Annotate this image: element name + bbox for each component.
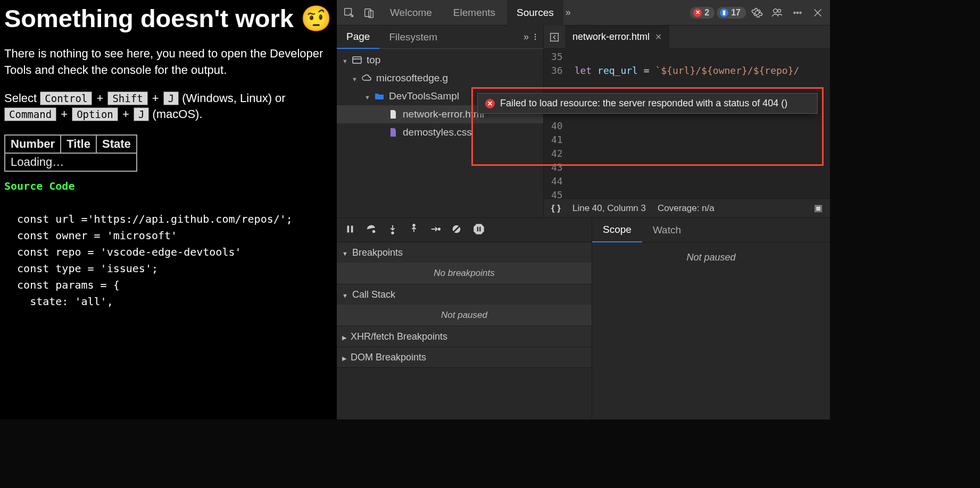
tab-watch[interactable]: Watch [642,218,692,242]
svg-point-6 [797,12,799,13]
scope-body: Not paused [592,242,830,419]
debug-toolbar [337,218,592,242]
results-table: Number Title State Loading… [4,134,137,172]
tab-scope[interactable]: Scope [592,218,642,242]
svg-rect-21 [479,226,480,231]
scope-panel: Scope Watch Not paused [592,218,830,419]
tree-domain[interactable]: microsoftedge.g [337,69,543,87]
window-icon [352,55,362,65]
col-title: Title [61,135,96,153]
file-icon [388,127,398,138]
svg-rect-10 [551,33,559,41]
svg-point-4 [778,9,781,12]
file-navigator: Page Filesystem » ⫶ top microsoftedge.g [337,26,544,217]
close-devtools-icon[interactable] [809,4,827,22]
kbd-j: J [163,91,179,105]
webpage-pane: Something doesn't work 🤨 There is nothin… [0,0,337,419]
step-out-icon[interactable] [408,223,420,237]
tree-file-html[interactable]: network-error.html [337,105,543,123]
tree-top[interactable]: top [337,51,543,69]
more-tabs-icon[interactable]: » [566,7,571,18]
subtab-filesystem[interactable]: Filesystem [379,26,447,49]
feedback-icon[interactable] [768,4,786,22]
txt: (Windows, Linux) or [179,91,286,105]
line-gutter: 35 36 40 41 42 43 44 45 [544,49,568,198]
file-tree: top microsoftedge.g DevToolsSampl networ… [337,49,543,144]
source-code-title: Source Code [4,180,74,192]
svg-rect-12 [351,225,353,232]
section-dom-breakpoints[interactable]: DOM Breakpoints [337,347,592,367]
kbd-command: Command [4,107,56,121]
close-tab-icon[interactable]: ✕ [655,32,662,42]
settings-gear-icon[interactable] [748,4,766,22]
folder-icon [374,91,385,102]
step-over-icon[interactable] [366,223,377,237]
svg-point-3 [774,9,777,12]
svg-point-13 [373,230,375,232]
file-icon [388,109,398,120]
error-badge[interactable]: ✕2 [690,7,715,19]
breakpoints-empty: No breakpoints [337,263,592,284]
svg-point-15 [413,224,415,226]
editor-tab-file[interactable]: network-error.html ✕ [565,26,669,49]
svg-rect-1 [365,9,371,16]
step-icon[interactable] [429,223,441,237]
tree-folder[interactable]: DevToolsSampl [337,87,543,105]
tab-elements[interactable]: Elements [444,0,505,26]
pause-icon[interactable] [344,223,356,237]
format-braces-icon[interactable]: { } [551,203,561,214]
status-menu-icon[interactable]: ▣ [814,203,823,214]
section-xhr-breakpoints[interactable]: XHR/fetch Breakpoints [337,326,592,347]
svg-point-5 [794,12,795,13]
callstack-empty: Not paused [337,305,592,326]
txt: Select [4,91,40,105]
step-into-icon[interactable] [387,223,398,237]
section-callstack[interactable]: Call Stack [337,284,592,305]
devtools-panel: Welcome Elements Sources » ✕2 ▮17 Page F… [337,0,830,419]
shortcut-instructions: Select Control + Shift + J (Windows, Lin… [4,90,333,123]
svg-point-16 [438,228,441,230]
svg-rect-11 [347,225,350,232]
tab-sources[interactable]: Sources [507,0,563,26]
kbd-option: Option [72,107,118,121]
kbd-shift: Shift [107,91,147,105]
navigator-menu-icon[interactable]: ⫶ [533,31,538,43]
loading-cell: Loading… [5,153,137,171]
source-code-block: Source Code const url ='https://api.gith… [4,178,333,310]
debugger-panel: Breakpoints No breakpoints Call Stack No… [337,218,592,419]
kbd-control: Control [40,91,92,105]
section-breakpoints[interactable]: Breakpoints [337,242,592,263]
editor-statusline: { } Line 40, Column 3 Coverage: n/a ▣ [544,198,830,217]
subtab-page[interactable]: Page [337,26,379,49]
code-area[interactable]: let req_url = `${url}/${owner}/${repo}/ … [568,49,830,198]
svg-rect-20 [477,226,478,231]
txt: (macOS). [149,107,202,121]
more-subtabs-icon[interactable]: » [524,31,529,43]
svg-marker-19 [474,224,484,234]
code-editor-panel: network-error.html ✕ 35 36 40 41 42 43 4… [544,26,830,217]
col-state: State [96,135,137,153]
devtools-tabstrip: Welcome Elements Sources » ✕2 ▮17 [337,0,830,26]
editor-nav-icon[interactable] [544,26,565,49]
issues-badge[interactable]: ▮17 [717,7,746,19]
device-toolbar-icon[interactable] [360,4,378,22]
col-number: Number [5,135,61,153]
pause-on-exceptions-icon[interactable] [472,222,486,238]
cloud-icon [361,73,372,83]
inspect-element-icon[interactable] [340,4,358,22]
page-heading: Something doesn't work 🤨 [4,4,333,33]
svg-point-14 [392,232,394,234]
tree-file-css[interactable]: demostyles.css [337,123,543,141]
cursor-position: Line 40, Column 3 [572,203,646,214]
coverage-status: Coverage: n/a [658,203,715,214]
svg-point-7 [800,12,801,13]
kbd-j-2: J [134,107,149,121]
deactivate-breakpoints-icon[interactable] [451,223,462,237]
page-intro: There is nothing to see here, you need t… [4,46,333,79]
svg-rect-8 [353,57,361,63]
tab-welcome[interactable]: Welcome [380,0,442,26]
kebab-menu-icon[interactable] [788,4,807,22]
